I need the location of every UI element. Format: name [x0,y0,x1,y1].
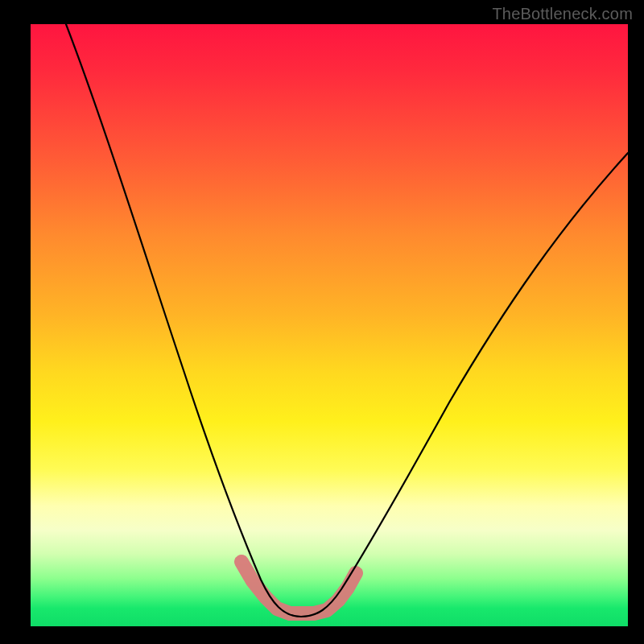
chart-frame: TheBottleneck.com [0,0,644,644]
chart-svg [31,24,628,626]
plot-area [31,24,628,626]
bottleneck-curve [66,24,628,617]
watermark-text: TheBottleneck.com [492,5,633,23]
highlight-segment [242,562,356,613]
